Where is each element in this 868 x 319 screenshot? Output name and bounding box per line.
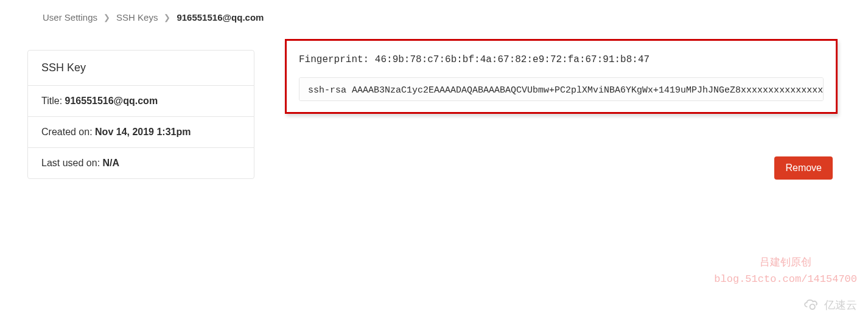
watermark-text: 吕建钊原创 blog.51cto.com/14154700 <box>714 255 857 287</box>
created-label: Created on: <box>41 127 95 137</box>
fingerprint-value: 46:9b:78:c7:6b:bf:4a:67:82:e9:72:fa:67:9… <box>375 54 649 65</box>
content-area: SSH Key Title: 916551516@qq.com Created … <box>0 32 868 180</box>
fingerprint-line: Fingerprint: 46:9b:78:c7:6b:bf:4a:67:82:… <box>299 54 824 65</box>
ssh-key-block[interactable]: ssh-rsa AAAAB3NzaC1yc2EAAAADAQABAAABAQCV… <box>299 77 824 101</box>
card-row-created: Created on: Nov 14, 2019 1:31pm <box>28 117 254 148</box>
actions-row: Remove <box>285 156 838 180</box>
watermark-line2: blog.51cto.com/14154700 <box>714 273 857 285</box>
ssh-key-card: SSH Key Title: 916551516@qq.com Created … <box>27 50 254 179</box>
title-label: Title: <box>41 96 65 106</box>
watermark-logo-text: 亿速云 <box>824 298 857 312</box>
breadcrumb-current: 916551516@qq.com <box>177 12 264 23</box>
chevron-right-icon: ❯ <box>164 13 170 22</box>
fingerprint-label: Fingerprint: <box>299 54 375 65</box>
card-row-lastused: Last used on: N/A <box>28 148 254 178</box>
created-value: Nov 14, 2019 1:31pm <box>95 127 191 137</box>
cloud-icon <box>802 296 821 313</box>
remove-button[interactable]: Remove <box>774 156 833 180</box>
title-value: 916551516@qq.com <box>65 96 158 106</box>
breadcrumb: User Settings ❯ SSH Keys ❯ 916551516@qq.… <box>0 0 868 32</box>
card-row-title: Title: 916551516@qq.com <box>28 86 254 117</box>
breadcrumb-user-settings[interactable]: User Settings <box>43 12 97 23</box>
chevron-right-icon: ❯ <box>103 13 110 22</box>
fingerprint-box: Fingerprint: 46:9b:78:c7:6b:bf:4a:67:82:… <box>285 39 838 114</box>
card-header: SSH Key <box>28 51 254 86</box>
watermark-logo: 亿速云 <box>802 296 857 313</box>
lastused-value: N/A <box>103 158 120 168</box>
lastused-label: Last used on: <box>41 158 103 168</box>
watermark-line1: 吕建钊原创 <box>760 257 811 268</box>
breadcrumb-ssh-keys[interactable]: SSH Keys <box>116 12 158 23</box>
main-area: Fingerprint: 46:9b:78:c7:6b:bf:4a:67:82:… <box>285 50 838 180</box>
